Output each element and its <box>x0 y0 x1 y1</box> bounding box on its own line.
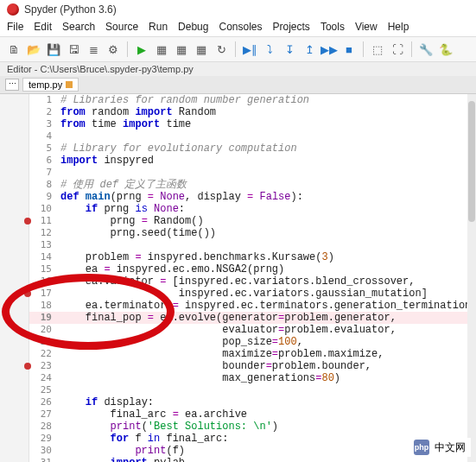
code-line[interactable]: 9def main(prng = None, display = False): <box>29 191 469 203</box>
code-line[interactable]: 19 final_pop = ea.evolve(generator=probl… <box>29 312 469 324</box>
debug-icon[interactable]: ▶∥ <box>241 41 258 58</box>
save-all-icon[interactable]: 🖫 <box>65 41 82 58</box>
code-text[interactable]: bounder=problem.bounder, <box>55 360 469 372</box>
code-text[interactable]: max_generations=80) <box>55 372 469 384</box>
code-editor[interactable]: 1# Libraries for random number generatio… <box>0 94 476 462</box>
code-text[interactable]: import inspyred <box>55 155 469 167</box>
code-text[interactable]: prng.seed(time()) <box>55 227 469 239</box>
line-number[interactable]: 4 <box>33 130 55 142</box>
code-line[interactable]: 28 print('Best Solutions: \n') <box>29 421 469 433</box>
code-text[interactable]: def main(prng = None, display = False): <box>55 191 469 203</box>
code-text[interactable]: import pylab <box>55 457 469 462</box>
line-number[interactable]: 2 <box>33 106 55 118</box>
code-line[interactable]: 17 inspyred.ec.variators.gaussian_mutati… <box>29 288 469 300</box>
open-file-icon[interactable]: 📂 <box>25 41 42 58</box>
line-number[interactable]: 20 <box>33 324 55 336</box>
code-text[interactable]: problem = inspyred.benchmarks.Kursawe(3) <box>55 251 469 263</box>
run-icon[interactable]: ▶ <box>133 41 150 58</box>
code-text[interactable]: # Libraries for random number generation <box>55 94 469 106</box>
line-number[interactable]: 16 <box>33 275 55 288</box>
code-line[interactable]: 8# 使用 def 定义了主函数 <box>29 179 469 191</box>
code-text[interactable]: from random import Random <box>55 106 469 118</box>
line-number[interactable]: 11 <box>33 215 55 227</box>
code-text[interactable]: ea = inspyred.ec.emo.NSGA2(prng) <box>55 263 469 275</box>
menu-tools[interactable]: Tools <box>321 21 345 33</box>
new-file-icon[interactable]: 🗎 <box>5 41 22 58</box>
code-line[interactable]: 24 max_generations=80) <box>29 372 469 384</box>
code-line[interactable]: 23 bounder=problem.bounder, <box>29 360 469 372</box>
menu-search[interactable]: Search <box>62 21 95 33</box>
run-cell-icon[interactable]: ▦ <box>153 41 170 58</box>
line-number[interactable]: 7 <box>33 167 55 179</box>
menu-projects[interactable]: Projects <box>273 21 310 33</box>
breakpoint-icon[interactable] <box>24 290 31 297</box>
settings-icon[interactable]: ⚙ <box>105 41 122 58</box>
line-number[interactable]: 8 <box>33 179 55 191</box>
line-number[interactable]: 6 <box>33 155 55 167</box>
code-line[interactable]: 10 if prng is None: <box>29 203 469 215</box>
line-number[interactable]: 15 <box>33 263 55 275</box>
line-number[interactable]: 13 <box>33 239 55 251</box>
code-text[interactable]: ea.terminator = inspyred.ec.terminators.… <box>55 300 469 312</box>
line-number[interactable]: 10 <box>33 203 55 215</box>
save-icon[interactable]: 💾 <box>45 41 62 58</box>
step-over-icon[interactable]: ⤵ <box>261 41 278 58</box>
python-path-icon[interactable]: 🐍 <box>437 41 454 58</box>
code-text[interactable]: for f in final_arc: <box>55 433 469 445</box>
line-number[interactable]: 17 <box>33 288 55 300</box>
code-text[interactable]: evaluator=problem.evaluator, <box>55 324 469 336</box>
code-text[interactable]: if prng is None: <box>55 203 469 215</box>
code-text[interactable]: prng = Random() <box>55 215 469 227</box>
line-number[interactable]: 1 <box>33 94 55 106</box>
line-number[interactable]: 28 <box>33 421 55 433</box>
code-text[interactable]: maximize=problem.maximize, <box>55 348 469 360</box>
code-text[interactable]: inspyred.ec.variators.gaussian_mutation] <box>55 288 469 300</box>
code-line[interactable]: 16 ea.variator = [inspyred.ec.variators.… <box>29 275 469 288</box>
stop-debug-icon[interactable]: ■ <box>340 41 358 58</box>
line-number[interactable]: 25 <box>33 384 55 396</box>
code-line[interactable]: 30 print(f) <box>29 445 469 457</box>
preferences-icon[interactable]: 🔧 <box>417 41 435 58</box>
code-text[interactable]: ea.variator = [inspyred.ec.variators.ble… <box>55 275 469 288</box>
menu-consoles[interactable]: Consoles <box>219 21 262 33</box>
menu-run[interactable]: Run <box>149 21 168 33</box>
line-number[interactable]: 26 <box>33 396 55 408</box>
step-out-icon[interactable]: ↥ <box>301 41 318 58</box>
code-line[interactable]: 21 pop_size=100, <box>29 336 469 348</box>
code-line[interactable]: 12 prng.seed(time()) <box>29 227 469 239</box>
file-tab-temp[interactable]: temp.py <box>22 78 79 92</box>
menu-debug[interactable]: Debug <box>178 21 208 33</box>
line-number[interactable]: 3 <box>33 118 55 130</box>
code-line[interactable]: 26 if display: <box>29 396 469 408</box>
code-line[interactable]: 29 for f in final_arc: <box>29 433 469 445</box>
code-line[interactable]: 18 ea.terminator = inspyred.ec.terminato… <box>29 300 469 312</box>
list-icon[interactable]: ≣ <box>85 41 102 58</box>
line-number[interactable]: 14 <box>33 251 55 263</box>
code-line[interactable]: 14 problem = inspyred.benchmarks.Kursawe… <box>29 251 469 263</box>
tab-browse-icon[interactable]: ⋯ <box>5 79 19 91</box>
code-line[interactable]: 6import inspyred <box>29 155 469 167</box>
code-line[interactable]: 20 evaluator=problem.evaluator, <box>29 324 469 336</box>
code-area[interactable]: 1# Libraries for random number generatio… <box>29 94 469 462</box>
code-line[interactable]: 2from random import Random <box>29 106 469 118</box>
line-number[interactable]: 22 <box>33 348 55 360</box>
run-selection-icon[interactable]: ▦ <box>193 41 210 58</box>
code-text[interactable]: print(f) <box>55 445 469 457</box>
code-text[interactable]: # 使用 def 定义了主函数 <box>55 179 469 191</box>
code-line[interactable]: 3from time import time <box>29 118 469 130</box>
menu-edit[interactable]: Edit <box>34 21 52 33</box>
rerun-icon[interactable]: ↻ <box>213 41 230 58</box>
line-number[interactable]: 24 <box>33 372 55 384</box>
line-number[interactable]: 31 <box>33 457 55 462</box>
code-line[interactable]: 27 final_arc = ea.archive <box>29 408 469 421</box>
continue-icon[interactable]: ▶▶ <box>321 41 338 58</box>
gutter[interactable] <box>0 94 29 462</box>
menu-help[interactable]: Help <box>388 21 409 33</box>
menu-file[interactable]: File <box>7 21 23 33</box>
line-number[interactable]: 27 <box>33 408 55 421</box>
breakpoint-icon[interactable] <box>24 363 31 370</box>
code-text[interactable]: final_pop = ea.evolve(generator=problem.… <box>55 312 469 324</box>
code-text[interactable]: final_arc = ea.archive <box>55 408 469 421</box>
breakpoint-icon[interactable] <box>24 218 31 225</box>
code-line[interactable]: 7 <box>29 167 469 179</box>
